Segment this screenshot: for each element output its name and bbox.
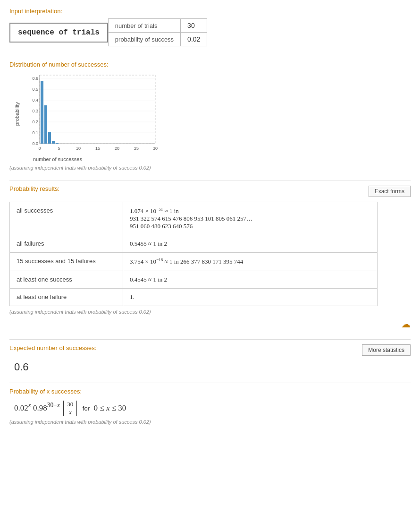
sequence-of-trials-box: sequence of trials — [9, 23, 108, 43]
expected-section-header: Expected number of successes: More stati… — [9, 344, 411, 356]
row-value-all-failures: 0.5455 ≈ 1 in 2 — [123, 235, 378, 253]
svg-text:0.3: 0.3 — [32, 109, 38, 113]
svg-text:0.1: 0.1 — [32, 130, 38, 135]
distribution-section: Distribution of number of successes: pro… — [9, 61, 411, 171]
svg-text:20: 20 — [115, 146, 119, 151]
distribution-note: (assuming independent trials with probab… — [9, 165, 411, 171]
row-label-all-failures: all failures — [10, 235, 123, 253]
svg-text:0.5: 0.5 — [32, 87, 38, 92]
expected-section: Expected number of successes: More stati… — [9, 344, 411, 373]
formula-section: Probability of x successes: 0.02x 0.9830… — [9, 388, 411, 425]
row-label-15-15: 15 successes and 15 failures — [10, 253, 123, 271]
expected-title: Expected number of successes: — [9, 344, 96, 351]
trials-key: number of trials — [108, 19, 180, 33]
svg-rect-26 — [48, 132, 51, 144]
trials-value: 30 — [181, 19, 207, 33]
chart-container: 0.0 0.1 0.2 0.3 0.4 0.5 0.6 — [22, 73, 159, 155]
row-value-atleast-one-success: 0.4545 ≈ 1 in 2 — [123, 271, 378, 288]
exact-forms-button[interactable]: Exact forms — [369, 186, 411, 197]
svg-rect-0 — [40, 75, 155, 144]
input-interpretation-section: Input interpretation: sequence of trials… — [9, 8, 411, 46]
expected-value: 0.6 — [14, 361, 411, 373]
svg-text:0.4: 0.4 — [32, 98, 38, 103]
prob-value: 0.02 — [181, 33, 207, 46]
prob-results-note: (assuming independent trials with probab… — [9, 309, 411, 315]
interpretation-table: number of trials 30 probability of succe… — [108, 18, 208, 46]
probability-results-section: Probability results: Exact forms all suc… — [9, 185, 411, 330]
formula-display: 0.02x 0.9830−x 30 x for 0 ≤ x ≤ 30 — [14, 401, 411, 417]
y-axis-label: probability — [14, 102, 20, 126]
distribution-chart: 0.0 0.1 0.2 0.3 0.4 0.5 0.6 — [22, 73, 159, 155]
table-row: all failures 0.5455 ≈ 1 in 2 — [10, 235, 378, 253]
svg-rect-24 — [41, 81, 43, 144]
more-statistics-button[interactable]: More statistics — [362, 344, 411, 356]
divider-1 — [9, 56, 411, 56]
distribution-title: Distribution of number of successes: — [9, 61, 411, 68]
probability-table: all successes 1.074 × 10−51 ≈ 1 in 931 3… — [9, 202, 378, 306]
row-value-atleast-one-failure: 1. — [123, 288, 378, 306]
cloud-upload-icon[interactable]: ☁ — [401, 319, 411, 329]
input-interpretation-label: Input interpretation: — [9, 8, 411, 15]
row-label-atleast-one-success: at least one success — [10, 271, 123, 288]
prob-key: probability of success — [108, 33, 180, 46]
svg-rect-25 — [44, 105, 47, 144]
svg-text:0.2: 0.2 — [32, 120, 38, 124]
svg-rect-27 — [52, 141, 55, 144]
svg-text:25: 25 — [134, 146, 139, 151]
x-axis-label: number of successes — [33, 156, 82, 162]
formula-note: (assuming independent trials with probab… — [9, 419, 411, 425]
prob-section-header: Probability results: Exact forms — [9, 185, 411, 197]
divider-3 — [9, 339, 411, 340]
svg-text:15: 15 — [95, 146, 100, 151]
svg-text:10: 10 — [76, 146, 81, 151]
svg-text:5: 5 — [58, 146, 60, 151]
cloud-icon-wrap: ☁ — [9, 318, 411, 330]
formula-title: Probability of x successes: — [9, 388, 411, 395]
table-row: 15 successes and 15 failures 3.754 × 10−… — [10, 253, 378, 271]
svg-text:0.6: 0.6 — [32, 76, 38, 81]
chart-area: probability 0.0 0.1 0.2 0.3 0 — [14, 73, 411, 162]
row-label-all-successes: all successes — [10, 202, 123, 235]
table-row: at least one failure 1. — [10, 288, 378, 306]
row-value-15-15: 3.754 × 10−18 ≈ 1 in 266 377 830 171 395… — [123, 253, 378, 271]
row-label-atleast-one-failure: at least one failure — [10, 288, 123, 306]
svg-text:0: 0 — [38, 146, 41, 151]
svg-rect-28 — [56, 143, 59, 144]
divider-4 — [9, 383, 411, 383]
table-row: at least one success 0.4545 ≈ 1 in 2 — [10, 271, 378, 288]
table-row: all successes 1.074 × 10−51 ≈ 1 in 931 3… — [10, 202, 378, 235]
divider-2 — [9, 180, 411, 180]
prob-results-title: Probability results: — [9, 185, 59, 192]
svg-text:0.0: 0.0 — [32, 141, 38, 146]
row-value-all-successes: 1.074 × 10−51 ≈ 1 in 931 322 574 615 476… — [123, 202, 378, 235]
svg-text:30: 30 — [153, 146, 158, 151]
